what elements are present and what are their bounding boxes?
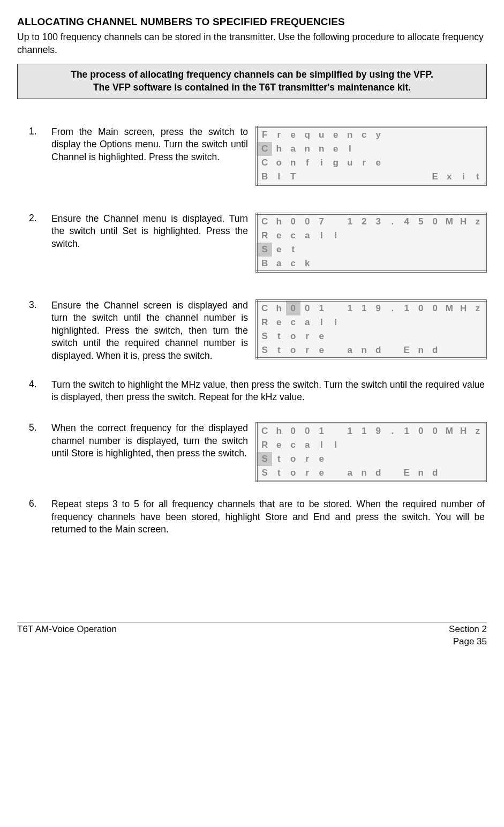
- lcd-cell: n: [343, 127, 357, 142]
- lcd-cell: [386, 229, 400, 243]
- lcd-cell: [414, 229, 428, 243]
- lcd-cell: [471, 156, 486, 170]
- lcd-cell: [442, 438, 457, 452]
- lcd-cell: [442, 315, 457, 329]
- lcd-cell: h: [272, 214, 287, 229]
- lcd-cell: 0: [286, 214, 300, 229]
- lcd-cell: o: [286, 329, 300, 343]
- lcd-cell: 7: [314, 214, 329, 229]
- lcd-cell: 2: [357, 214, 372, 229]
- lcd-cell: [471, 466, 486, 481]
- lcd-cell: z: [471, 300, 486, 315]
- lcd-cell: 1: [400, 300, 414, 315]
- lcd-cell: [329, 423, 343, 438]
- lcd-cell: [314, 170, 329, 185]
- lcd-cell: l: [314, 315, 329, 329]
- step-6: 6. Repeat steps 3 to 5 for all frequency…: [17, 498, 487, 536]
- lcd-cell: [442, 142, 457, 156]
- lcd-cell: t: [471, 170, 486, 185]
- lcd-cell: S: [257, 243, 272, 257]
- lcd-cell: C: [257, 156, 272, 170]
- lcd-cell: [329, 329, 343, 343]
- footer-page: Page 35: [453, 636, 487, 646]
- lcd-cell: [414, 170, 428, 185]
- lcd-cell: u: [314, 127, 329, 142]
- lcd-cell: a: [272, 257, 287, 272]
- lcd-cell: 9: [371, 423, 386, 438]
- lcd-cell: l: [314, 229, 329, 243]
- lcd-cell: [329, 170, 343, 185]
- lcd-cell: a: [300, 438, 315, 452]
- lcd-cell: H: [456, 300, 471, 315]
- lcd-cell: [428, 315, 442, 329]
- lcd-cell: [456, 343, 471, 358]
- lcd-cell: [442, 329, 457, 343]
- lcd-cell: [400, 229, 414, 243]
- lcd-cell: [442, 156, 457, 170]
- lcd-cell: n: [414, 466, 428, 481]
- lcd-cell: 1: [314, 300, 329, 315]
- lcd-cell: [442, 466, 457, 481]
- lcd-cell: [414, 243, 428, 257]
- lcd-cell: [400, 315, 414, 329]
- lcd-cell: [456, 243, 471, 257]
- lcd-cell: 0: [286, 300, 300, 315]
- note-line-2: The VFP software is contained in the T6T…: [93, 82, 411, 93]
- lcd-screen-5: Ch001119.100MHzRecallStoreStoreandEnd: [255, 422, 487, 482]
- lcd-cell: [442, 243, 457, 257]
- lcd-cell: l: [343, 142, 357, 156]
- lcd-cell: 1: [357, 300, 372, 315]
- lcd-cell: R: [257, 315, 272, 329]
- lcd-cell: .: [386, 214, 400, 229]
- lcd-cell: c: [286, 315, 300, 329]
- lcd-cell: z: [471, 214, 486, 229]
- lcd-cell: [386, 438, 400, 452]
- lcd-cell: h: [272, 300, 287, 315]
- lcd-cell: C: [257, 423, 272, 438]
- lcd-cell: [456, 229, 471, 243]
- lcd-cell: [428, 127, 442, 142]
- lcd-cell: 1: [400, 423, 414, 438]
- lcd-cell: r: [300, 343, 315, 358]
- lcd-cell: k: [300, 257, 315, 272]
- lcd-cell: c: [286, 229, 300, 243]
- lcd-cell: l: [329, 315, 343, 329]
- step-2: 2. Ensure the Channel menu is displayed.…: [17, 213, 487, 273]
- lcd-cell: [371, 243, 386, 257]
- lcd-cell: l: [329, 438, 343, 452]
- lcd-cell: [428, 142, 442, 156]
- lcd-cell: T: [286, 170, 300, 185]
- lcd-cell: [314, 257, 329, 272]
- lcd-cell: [428, 438, 442, 452]
- lcd-cell: 0: [414, 300, 428, 315]
- lcd-cell: [400, 170, 414, 185]
- lcd-cell: [414, 315, 428, 329]
- lcd-cell: [471, 243, 486, 257]
- lcd-cell: 1: [343, 300, 357, 315]
- lcd-cell: d: [428, 466, 442, 481]
- lcd-cell: [329, 452, 343, 466]
- lcd-cell: y: [371, 127, 386, 142]
- lcd-cell: c: [286, 438, 300, 452]
- lcd-cell: [442, 343, 457, 358]
- lcd-cell: [400, 142, 414, 156]
- lcd-cell: [471, 142, 486, 156]
- lcd-cell: [386, 127, 400, 142]
- lcd-cell: l: [314, 438, 329, 452]
- lcd-cell: M: [442, 214, 457, 229]
- lcd-cell: t: [286, 243, 300, 257]
- lcd-cell: [343, 243, 357, 257]
- lcd-cell: [456, 452, 471, 466]
- lcd-cell: [400, 257, 414, 272]
- step-4: 4. Turn the switch to highlight the MHz …: [17, 379, 487, 404]
- lcd-cell: [357, 142, 372, 156]
- lcd-cell: 0: [428, 423, 442, 438]
- lcd-cell: n: [300, 142, 315, 156]
- footer-left: T6T AM-Voice Operation: [17, 623, 117, 648]
- lcd-cell: [357, 257, 372, 272]
- step-4-text: Turn the switch to highlight the MHz val…: [51, 379, 487, 404]
- lcd-cell: [371, 315, 386, 329]
- lcd-cell: M: [442, 423, 457, 438]
- lcd-cell: [471, 257, 486, 272]
- lcd-cell: [329, 243, 343, 257]
